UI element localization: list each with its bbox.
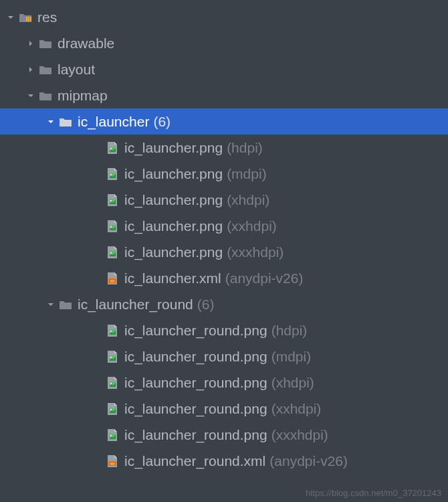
file-name: ic_launcher.xml	[124, 270, 221, 286]
folder-icon	[59, 115, 72, 129]
file-name: ic_launcher.png	[124, 140, 223, 156]
folder-count: (6)	[197, 297, 215, 313]
file-qualifier: (xxhdpi)	[271, 401, 322, 417]
tree-file[interactable]: ic_launcher.png (hdpi)	[0, 135, 448, 161]
image-file-icon	[106, 376, 119, 390]
xml-file-icon: <>	[106, 454, 119, 468]
svg-point-10	[110, 226, 112, 228]
file-qualifier: (anydpi-v26)	[225, 270, 304, 286]
folder-label: res	[37, 9, 57, 25]
svg-point-20	[110, 382, 112, 384]
file-qualifier: (xhdpi)	[271, 375, 314, 391]
file-qualifier: (hdpi)	[227, 140, 263, 156]
folder-label: ic_launcher	[78, 114, 149, 130]
file-qualifier: (xxxhdpi)	[271, 427, 328, 443]
tree-folder-res[interactable]: res	[0, 4, 448, 30]
tree-file[interactable]: <> ic_launcher.xml (anydpi-v26)	[0, 265, 448, 291]
image-file-icon	[106, 193, 119, 207]
file-qualifier: (hdpi)	[271, 323, 308, 339]
tree-folder-mipmap[interactable]: mipmap	[0, 82, 448, 108]
chevron-down-icon	[45, 116, 56, 127]
svg-point-6	[110, 173, 112, 175]
svg-point-16	[110, 330, 112, 332]
chevron-right-icon	[25, 64, 36, 75]
svg-point-12	[110, 252, 112, 254]
folder-icon	[39, 37, 52, 50]
svg-point-22	[110, 408, 112, 410]
folder-label: ic_launcher_round	[78, 297, 193, 313]
file-name: ic_launcher.png	[124, 218, 223, 234]
file-qualifier: (xxhdpi)	[227, 218, 277, 234]
svg-rect-1	[28, 17, 29, 21]
folder-res-icon	[19, 11, 32, 24]
tree-file[interactable]: ic_launcher_round.png (hdpi)	[0, 317, 448, 343]
image-file-icon	[106, 402, 119, 416]
file-name: ic_launcher.png	[124, 192, 223, 208]
image-file-icon	[106, 167, 119, 181]
file-name: ic_launcher_round.png	[124, 427, 267, 443]
tree-file[interactable]: ic_launcher.png (mdpi)	[0, 161, 448, 187]
folder-label: drawable	[58, 35, 114, 52]
tree-file[interactable]: ic_launcher.png (xxhdpi)	[0, 213, 448, 239]
file-name: ic_launcher.png	[124, 244, 223, 260]
chevron-down-icon	[45, 299, 56, 310]
file-qualifier: (anydpi-v26)	[269, 453, 348, 469]
image-file-icon	[106, 350, 119, 363]
tree-file[interactable]: ic_launcher_round.png (xhdpi)	[0, 369, 448, 396]
chevron-down-icon	[5, 12, 16, 23]
folder-label: layout	[58, 62, 95, 78]
image-file-icon	[106, 141, 119, 155]
file-name: ic_launcher_round.png	[124, 375, 267, 391]
file-qualifier: (xxxhdpi)	[227, 244, 284, 260]
file-qualifier: (mdpi)	[271, 349, 312, 365]
project-tree: res drawable layout mipmap	[0, 0, 448, 474]
svg-point-4	[110, 147, 112, 149]
folder-icon	[39, 63, 52, 76]
svg-point-18	[110, 356, 112, 358]
folder-count: (6)	[153, 114, 171, 130]
tree-folder-ic-launcher-round[interactable]: ic_launcher_round (6)	[0, 291, 448, 317]
watermark: https://blog.csdn.net/m0_37201243	[306, 488, 441, 498]
tree-file[interactable]: ic_launcher_round.png (mdpi)	[0, 343, 448, 369]
folder-label: mipmap	[58, 88, 108, 104]
file-qualifier: (xhdpi)	[227, 192, 269, 208]
chevron-right-icon	[25, 38, 36, 49]
image-file-icon	[106, 324, 119, 337]
file-name: ic_launcher_round.png	[124, 349, 267, 365]
svg-text:<>: <>	[110, 461, 115, 466]
tree-file[interactable]: ic_launcher_round.png (xxhdpi)	[0, 396, 448, 422]
chevron-down-icon	[25, 90, 36, 101]
file-qualifier: (mdpi)	[227, 166, 267, 182]
image-file-icon	[106, 220, 119, 233]
file-name: ic_launcher.png	[124, 166, 223, 182]
image-file-icon	[106, 428, 119, 442]
tree-folder-layout[interactable]: layout	[0, 56, 448, 82]
folder-icon	[39, 89, 52, 102]
svg-point-8	[110, 199, 112, 201]
tree-file[interactable]: ic_launcher.png (xxxhdpi)	[0, 239, 448, 265]
svg-point-24	[110, 434, 112, 436]
tree-file[interactable]: ic_launcher_round.png (xxxhdpi)	[0, 422, 448, 448]
file-name: ic_launcher_round.xml	[124, 453, 265, 469]
svg-rect-2	[30, 17, 31, 21]
folder-icon	[59, 298, 72, 311]
tree-folder-drawable[interactable]: drawable	[0, 30, 448, 56]
file-name: ic_launcher_round.png	[124, 401, 267, 417]
tree-folder-ic-launcher[interactable]: ic_launcher (6)	[0, 108, 448, 135]
file-name: ic_launcher_round.png	[124, 323, 267, 339]
tree-file[interactable]: ic_launcher.png (xhdpi)	[0, 187, 448, 213]
svg-text:<>: <>	[110, 278, 115, 283]
tree-file[interactable]: <> ic_launcher_round.xml (anydpi-v26)	[0, 448, 448, 474]
image-file-icon	[106, 246, 119, 259]
svg-rect-0	[26, 17, 27, 21]
xml-file-icon: <>	[106, 272, 119, 285]
